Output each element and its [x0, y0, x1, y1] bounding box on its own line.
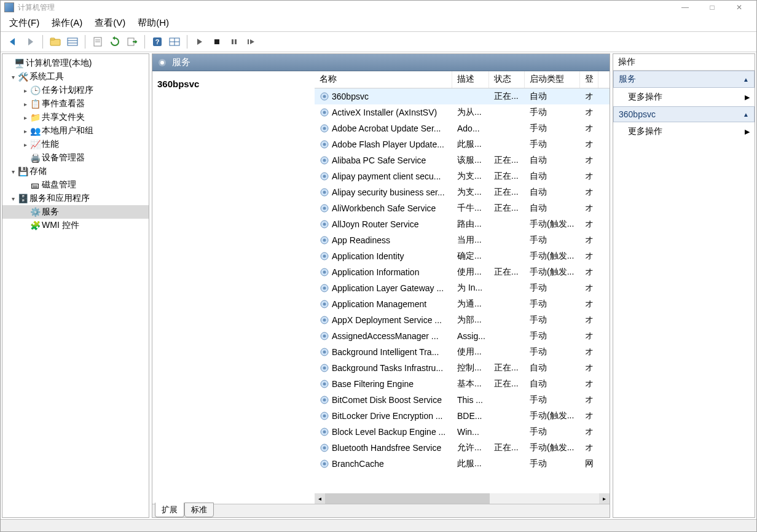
- col-logon[interactable]: 登: [580, 71, 598, 88]
- service-row[interactable]: BitComet Disk Boost ServiceThis ...手动オ: [315, 392, 610, 408]
- tree-pane[interactable]: 🖥️ 计算机管理(本地) ▾ 🛠️ 系统工具 ▸ 🕒 任务计划程序 ▸ 📋 事件…: [2, 53, 149, 518]
- scroll-left-icon[interactable]: ◂: [315, 493, 325, 504]
- tree-task-scheduler[interactable]: ▸ 🕒 任务计划程序: [2, 84, 149, 97]
- tree-performance[interactable]: ▸ 📈 性能: [2, 138, 149, 151]
- col-desc[interactable]: 描述: [452, 71, 489, 88]
- cell-name: AppX Deployment Service ...: [315, 315, 452, 325]
- play-icon[interactable]: [192, 34, 208, 50]
- tree-system-tools[interactable]: ▾ 🛠️ 系统工具: [2, 70, 149, 84]
- service-row[interactable]: ActiveX Installer (AxInstSV)为从...手动オ: [315, 104, 610, 120]
- gear-icon: [320, 235, 329, 245]
- tree-services-apps[interactable]: ▾ 🗄️ 服务和应用程序: [2, 192, 149, 205]
- col-startup[interactable]: 启动类型: [525, 71, 580, 88]
- rows-container[interactable]: 360bpsvc正在...自动オActiveX Installer (AxIns…: [315, 88, 610, 493]
- tree-device-manager[interactable]: 🖨️ 设备管理器: [2, 151, 149, 165]
- menu-file[interactable]: 文件(F): [3, 15, 45, 31]
- gear-icon: [320, 379, 329, 389]
- service-row[interactable]: BitLocker Drive Encryption ...BDE...手动(触…: [315, 408, 610, 424]
- minimize-button[interactable]: —: [672, 1, 699, 14]
- perf-icon: 📈: [29, 139, 41, 149]
- svg-point-21: [323, 95, 326, 98]
- gear-icon: [320, 267, 329, 277]
- service-row[interactable]: App Readiness当用...手动オ: [315, 232, 610, 248]
- cell-logon: オ: [580, 331, 598, 342]
- tree-root[interactable]: 🖥️ 计算机管理(本地): [2, 57, 149, 70]
- tree-disk-mgmt[interactable]: 🖴 磁盘管理: [2, 178, 149, 192]
- collapse-icon[interactable]: ▲: [743, 76, 749, 83]
- collapse-icon[interactable]: ▾: [9, 168, 17, 175]
- expand-icon[interactable]: ▸: [21, 141, 29, 148]
- expand-icon[interactable]: ▸: [21, 128, 29, 135]
- collapse-icon[interactable]: ▲: [743, 111, 749, 118]
- tree-local-users[interactable]: ▸ 👥 本地用户和组: [2, 124, 149, 138]
- collapse-icon[interactable]: ▾: [9, 195, 17, 202]
- service-row[interactable]: AppX Deployment Service ...为部...手动オ: [315, 312, 610, 328]
- grid-icon[interactable]: [167, 34, 182, 50]
- tree-wmi[interactable]: 🧩 WMI 控件: [2, 219, 149, 232]
- more-actions-services[interactable]: 更多操作 ▶: [613, 88, 755, 106]
- back-button[interactable]: [5, 34, 21, 50]
- list-view-icon[interactable]: [65, 34, 80, 50]
- service-row[interactable]: AssignedAccessManager ...Assig...手动オ: [315, 328, 610, 344]
- tree-services[interactable]: ⚙️ 服务: [2, 205, 149, 219]
- pause-icon[interactable]: [226, 34, 242, 50]
- tab-standard[interactable]: 标准: [184, 503, 214, 517]
- stop-icon[interactable]: [209, 34, 225, 50]
- actions-section-services[interactable]: 服务 ▲: [613, 71, 755, 88]
- help-icon[interactable]: ?: [149, 34, 165, 50]
- close-button[interactable]: ✕: [726, 1, 753, 14]
- item-label: 更多操作: [628, 92, 662, 103]
- refresh-icon[interactable]: [107, 34, 123, 50]
- expand-icon[interactable]: ▸: [21, 87, 29, 94]
- properties-icon[interactable]: [90, 34, 106, 50]
- tree-storage[interactable]: ▾ 💾 存储: [2, 165, 149, 178]
- tab-extended[interactable]: 扩展: [155, 503, 184, 517]
- col-status[interactable]: 状态: [489, 71, 525, 88]
- cell-desc: 使用...: [452, 267, 489, 278]
- service-row[interactable]: Application Layer Gateway ...为 In...手动オ: [315, 280, 610, 296]
- folder-icon[interactable]: [47, 34, 63, 50]
- col-name[interactable]: 名称: [315, 71, 452, 88]
- scroll-thumb[interactable]: [325, 493, 490, 504]
- horizontal-scrollbar[interactable]: ◂ ▸: [315, 493, 610, 504]
- expand-icon[interactable]: ▸: [21, 114, 29, 121]
- cell-startup: 手动: [525, 283, 580, 294]
- cell-startup: 手动: [525, 346, 580, 358]
- menu-view[interactable]: 查看(V): [88, 15, 131, 31]
- svg-rect-15: [232, 39, 233, 44]
- actions-section-selection[interactable]: 360bpsvc ▲: [613, 106, 755, 122]
- menu-action[interactable]: 操作(A): [45, 15, 88, 31]
- scroll-right-icon[interactable]: ▸: [599, 493, 610, 504]
- service-row[interactable]: AliWorkbench Safe Service千牛...正在...自动オ: [315, 200, 610, 216]
- service-row[interactable]: Application Identity确定...手动(触发...オ: [315, 248, 610, 264]
- tree-event-viewer[interactable]: ▸ 📋 事件查看器: [2, 97, 149, 111]
- menu-help[interactable]: 帮助(H): [131, 15, 175, 31]
- service-row[interactable]: Adobe Flash Player Update...此服...手动オ: [315, 136, 610, 152]
- scroll-track[interactable]: [325, 493, 599, 504]
- expand-icon[interactable]: ▸: [21, 101, 29, 108]
- service-row[interactable]: Application Management为通...手动オ: [315, 296, 610, 312]
- collapse-icon[interactable]: ▾: [9, 74, 17, 80]
- tree-shared-folders[interactable]: ▸ 📁 共享文件夹: [2, 111, 149, 124]
- service-row[interactable]: Alibaba PC Safe Service该服...正在...自动オ: [315, 152, 610, 168]
- more-actions-selection[interactable]: 更多操作 ▶: [613, 122, 755, 141]
- forward-button[interactable]: [22, 34, 38, 50]
- service-row[interactable]: BranchCache此服...手动网: [315, 456, 610, 472]
- service-row[interactable]: Application Information使用...正在...手动(触发..…: [315, 264, 610, 280]
- tools-icon: 🛠️: [17, 72, 28, 82]
- service-row[interactable]: Alipay security business ser...为支...正在..…: [315, 184, 610, 200]
- service-row[interactable]: AllJoyn Router Service路由...手动(触发...オ: [315, 216, 610, 232]
- restart-icon[interactable]: [243, 34, 259, 50]
- gear-icon: [320, 251, 329, 261]
- service-row[interactable]: 360bpsvc正在...自动オ: [315, 88, 610, 104]
- service-row[interactable]: Background Tasks Infrastru...控制...正在...自…: [315, 360, 610, 376]
- maximize-button[interactable]: □: [699, 1, 726, 14]
- service-row[interactable]: Background Intelligent Tra...使用...手动オ: [315, 344, 610, 360]
- service-row[interactable]: Adobe Acrobat Update Ser...Ado...手动オ: [315, 120, 610, 136]
- view-tabs: 扩展 标准: [152, 504, 610, 517]
- service-row[interactable]: Alipay payment client secu...为支...正在...自…: [315, 168, 610, 184]
- export-icon[interactable]: [124, 34, 140, 50]
- service-row[interactable]: Bluetooth Handsfree Service允许...正在...手动(…: [315, 440, 610, 456]
- service-row[interactable]: Base Filtering Engine基本...正在...自动オ: [315, 376, 610, 392]
- service-row[interactable]: Block Level Backup Engine ...Win...手动オ: [315, 424, 610, 440]
